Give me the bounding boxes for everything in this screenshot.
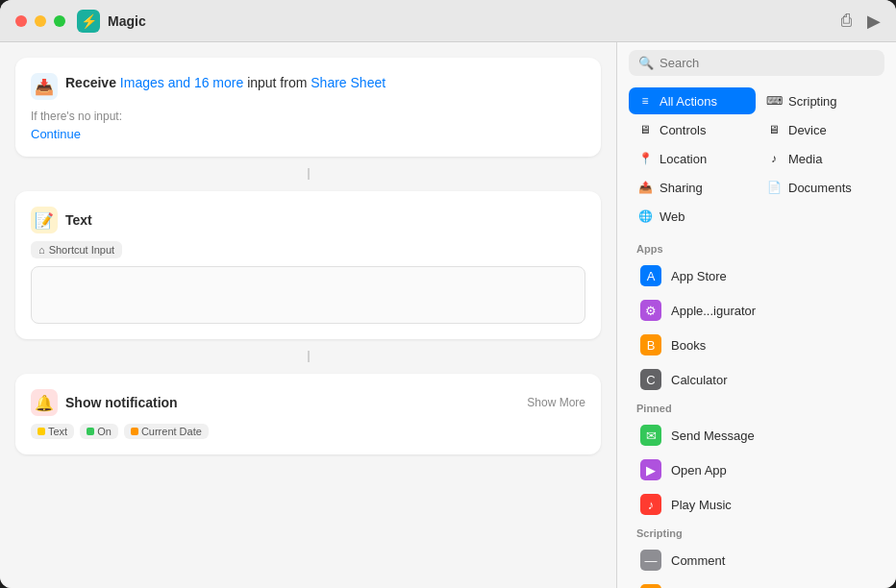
scripting-section-header: Scripting xyxy=(617,522,896,543)
scripting-label: Scripting xyxy=(788,94,837,109)
notification-tags: Text On Current Date xyxy=(31,424,585,439)
apps-section-header: Apps xyxy=(617,237,896,258)
tag-date-label: Current Date xyxy=(141,426,202,437)
web-label: Web xyxy=(660,209,685,224)
list-item-send-message[interactable]: ✉ Send Message xyxy=(621,418,892,453)
list-item-show-result[interactable]: ≡ Show Result xyxy=(621,577,892,588)
location-label: Location xyxy=(660,152,707,166)
pinned-section-header: Pinned xyxy=(617,397,896,418)
tag-on-dot xyxy=(87,428,94,435)
books-icon: B xyxy=(640,334,661,355)
scripting-icon: ⌨ xyxy=(765,92,783,110)
tag-date-dot xyxy=(131,428,138,435)
maximize-button[interactable] xyxy=(54,15,65,27)
notification-card[interactable]: 🔔 Show notification Show More Text On xyxy=(15,374,601,454)
calculator-icon: C xyxy=(640,369,661,390)
category-documents[interactable]: 📄 Documents xyxy=(758,174,884,201)
controls-icon: 🖥 xyxy=(636,121,654,138)
traffic-lights xyxy=(15,15,65,27)
sharing-label: Sharing xyxy=(660,181,703,195)
app-store-label: App Store xyxy=(671,269,727,283)
all-actions-label: All Actions xyxy=(660,94,717,109)
app-store-icon: A xyxy=(640,265,661,286)
text-card-icon: 📝 xyxy=(31,207,58,233)
web-icon: 🌐 xyxy=(636,208,654,225)
search-icon: 🔍 xyxy=(638,56,654,70)
main-content: 📥 Receive Images and 16 more input from … xyxy=(0,42,896,588)
no-input-label: If there's no input: xyxy=(31,110,585,123)
device-label: Device xyxy=(788,123,827,137)
list-item-calculator[interactable]: C Calculator xyxy=(621,362,892,397)
receive-icon: 📥 xyxy=(31,73,58,100)
text-card-title: Text xyxy=(65,212,92,228)
app-title: Magic xyxy=(108,13,841,29)
shortcut-input-badge: ⌂ Shortcut Input xyxy=(31,241,122,258)
receive-images-label[interactable]: Images and 16 more xyxy=(120,75,243,90)
calculator-label: Calculator xyxy=(671,373,728,387)
category-device[interactable]: 🖥 Device xyxy=(758,116,884,143)
comment-label: Comment xyxy=(671,553,725,568)
left-panel: 📥 Receive Images and 16 more input from … xyxy=(0,42,617,588)
right-panel-top: 🔍 ≡ All Actions ⌨ Scripting 🖥 Co xyxy=(617,42,896,237)
all-actions-icon: ≡ xyxy=(636,92,654,110)
play-music-label: Play Music xyxy=(671,498,732,512)
category-media[interactable]: ♪ Media xyxy=(758,145,884,172)
tag-date: Current Date xyxy=(124,424,209,439)
media-label: Media xyxy=(788,152,822,166)
apple-configurator-label: Apple...igurator xyxy=(671,304,756,318)
shortcut-input-label: Shortcut Input xyxy=(49,244,115,256)
sharing-icon: 📤 xyxy=(636,179,654,196)
play-music-icon: ♪ xyxy=(640,494,661,515)
list-item-books[interactable]: B Books xyxy=(621,328,892,362)
books-label: Books xyxy=(671,338,706,353)
titlebar-actions: ⎙ ▶ xyxy=(841,11,881,32)
receive-card-header: 📥 Receive Images and 16 more input from … xyxy=(31,73,585,100)
shortcut-input-icon: ⌂ xyxy=(38,244,45,256)
documents-label: Documents xyxy=(788,181,852,195)
text-card[interactable]: 📝 Text ⌂ Shortcut Input xyxy=(15,191,601,339)
right-panel: 🔍 ≡ All Actions ⌨ Scripting 🖥 Co xyxy=(617,42,896,588)
list-item-comment[interactable]: — Comment xyxy=(621,543,892,577)
minimize-button[interactable] xyxy=(35,15,46,27)
open-app-label: Open App xyxy=(671,463,727,478)
tag-text: Text xyxy=(31,424,74,439)
location-icon: 📍 xyxy=(636,150,654,167)
device-icon: 🖥 xyxy=(765,121,783,138)
list-item-play-music[interactable]: ♪ Play Music xyxy=(621,487,892,522)
category-location[interactable]: 📍 Location xyxy=(629,145,756,172)
tag-text-label: Text xyxy=(48,426,67,437)
divider-1 xyxy=(308,168,310,180)
text-area-preview xyxy=(31,266,585,324)
search-bar: 🔍 xyxy=(629,50,884,76)
send-message-label: Send Message xyxy=(671,429,755,443)
receive-card: 📥 Receive Images and 16 more input from … xyxy=(15,58,601,157)
close-button[interactable] xyxy=(15,15,27,27)
notification-icon: 🔔 xyxy=(31,389,58,416)
tag-text-dot xyxy=(37,428,45,435)
category-all-actions[interactable]: ≡ All Actions xyxy=(629,87,756,114)
show-more-label[interactable]: Show More xyxy=(527,396,585,409)
list-item-apple-configurator[interactable]: ⚙ Apple...igurator xyxy=(621,293,892,328)
category-controls[interactable]: 🖥 Controls xyxy=(629,116,756,143)
apple-configurator-icon: ⚙ xyxy=(640,300,661,321)
open-app-icon: ▶ xyxy=(640,459,661,480)
send-message-icon: ✉ xyxy=(640,425,661,446)
share-button[interactable]: ⎙ xyxy=(841,11,852,31)
list-item-app-store[interactable]: A App Store xyxy=(621,258,892,293)
documents-icon: 📄 xyxy=(765,179,783,196)
category-scripting[interactable]: ⌨ Scripting xyxy=(758,87,884,114)
titlebar: ⚡ Magic ⎙ ▶ xyxy=(0,0,896,42)
continue-link[interactable]: Continue xyxy=(31,127,585,141)
category-web[interactable]: 🌐 Web xyxy=(629,203,756,230)
text-card-header: 📝 Text xyxy=(31,207,585,233)
list-item-open-app[interactable]: ▶ Open App xyxy=(621,453,892,487)
right-panel-scroll: Apps A App Store ⚙ Apple...igurator B Bo… xyxy=(617,237,896,588)
divider-2 xyxy=(308,351,310,362)
receive-share-sheet[interactable]: Share Sheet xyxy=(311,75,386,90)
main-window: ⚡ Magic ⎙ ▶ 📥 Receive Images and 16 more… xyxy=(0,0,896,588)
run-button[interactable]: ▶ xyxy=(867,11,881,32)
categories-grid: ≡ All Actions ⌨ Scripting 🖥 Controls 🖥 D… xyxy=(617,84,896,237)
notification-card-header: 🔔 Show notification Show More xyxy=(31,389,585,416)
search-input[interactable] xyxy=(660,56,875,70)
category-sharing[interactable]: 📤 Sharing xyxy=(629,174,756,201)
